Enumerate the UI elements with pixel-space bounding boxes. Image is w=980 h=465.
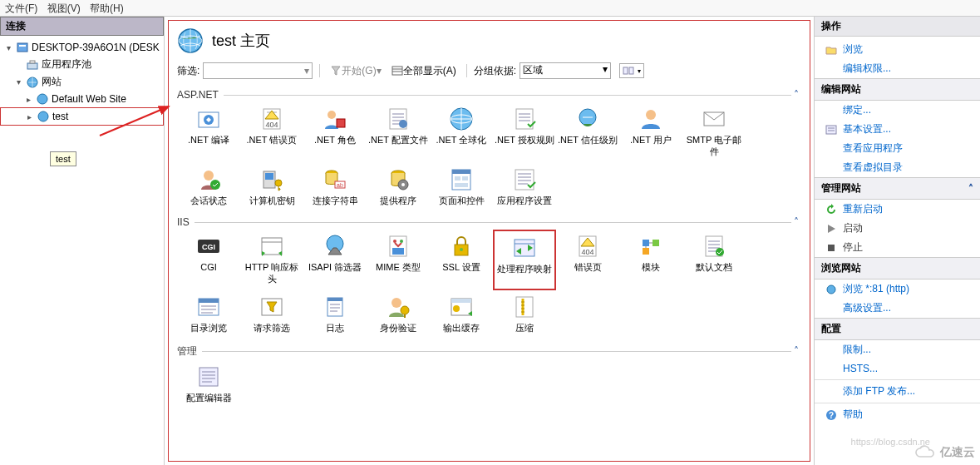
feature-connection-strings[interactable]: ab连接字符串 (303, 163, 367, 212)
action-restart[interactable]: 重新启动 (815, 200, 980, 219)
pages-controls-icon (448, 166, 475, 193)
feature-default-document[interactable]: 默认文档 (682, 230, 746, 290)
group-aspnet-header[interactable]: ASP.NET˄ (177, 89, 801, 101)
svg-point-70 (453, 305, 460, 312)
filter-showall-button[interactable]: 全部显示(A) (388, 64, 460, 78)
group-iis-header[interactable]: IIS˄ (177, 216, 801, 228)
feature-label: 输出缓存 (431, 323, 491, 334)
svg-rect-62 (199, 299, 219, 303)
svg-rect-17 (337, 119, 345, 127)
feature-directory-browsing[interactable]: 目录浏览 (177, 290, 240, 339)
svg-rect-69 (451, 299, 471, 303)
group-management-header[interactable]: 管理˄ (177, 344, 801, 359)
funnel-icon (330, 65, 342, 77)
svg-point-16 (327, 111, 336, 119)
ssl-settings-icon (448, 233, 475, 260)
filter-go-button[interactable]: 开始(G) ▾ (327, 64, 384, 78)
feature-request-filtering[interactable]: 请求筛选 (240, 290, 303, 339)
tree-expand-icon[interactable]: ▸ (24, 112, 34, 121)
action-add-ftp[interactable]: 添加 FTP 发布... (815, 382, 980, 401)
tree-test-site[interactable]: ▸ test (0, 107, 164, 126)
menu-view[interactable]: 视图(V) (47, 2, 81, 14)
feature-logging[interactable]: 日志 (303, 290, 367, 339)
view-toggle[interactable]: ▾ (619, 63, 644, 78)
filter-bar: 筛选: ▾ 开始(G) ▾ 全部显示(A) 分组依据: 区域▾ ▾ (169, 61, 810, 84)
action-limits[interactable]: 限制... (815, 340, 980, 359)
action-start[interactable]: 启动 (815, 219, 980, 238)
feature-app-settings[interactable]: 应用程序设置 (493, 163, 556, 212)
chevron-up-icon[interactable]: ˄ (791, 345, 801, 357)
feature-machine-key[interactable]: 计算机密钥 (240, 163, 303, 212)
filter-input[interactable] (203, 62, 313, 79)
globe-icon (26, 76, 39, 89)
svg-rect-38 (452, 170, 470, 174)
feature-error-pages[interactable]: 404错误页 (556, 230, 619, 290)
feature-authentication[interactable]: 身份验证 (367, 290, 430, 339)
connections-header: 连接 (0, 17, 164, 36)
feature-net-error-pages[interactable]: 404.NET 错误页 (240, 102, 303, 163)
feature-session-state[interactable]: 会话状态 (177, 163, 240, 212)
feature-http-response-headers[interactable]: HTTP 响应标头 (240, 230, 303, 290)
tree-expand-icon[interactable]: ▸ (23, 95, 33, 104)
directory-browsing-icon (195, 294, 222, 320)
section-manage-site: 管理网站˄ (815, 177, 980, 200)
feature-compression[interactable]: 压缩 (493, 290, 556, 339)
action-view-apps[interactable]: 查看应用程序 (815, 139, 980, 158)
feature-label: 压缩 (495, 323, 554, 334)
filter-dropdown[interactable]: ▾ (301, 65, 313, 77)
action-hsts[interactable]: HSTS... (815, 359, 980, 378)
tree-expand-icon[interactable]: ▾ (3, 43, 13, 52)
action-edit-permissions[interactable]: 编辑权限... (815, 59, 980, 78)
menu-help[interactable]: 帮助(H) (90, 2, 124, 14)
feature-smtp-email[interactable]: SMTP 电子邮件 (682, 102, 746, 163)
tree-root-machine[interactable]: ▾ DESKTOP-39A6O1N (DESK (0, 39, 164, 56)
tree-default-site-label: Default Web Site (52, 93, 126, 105)
action-bindings[interactable]: 绑定... (815, 101, 980, 120)
action-stop[interactable]: 停止 (815, 238, 980, 257)
action-basic-settings[interactable]: 基本设置... (815, 120, 980, 139)
action-advanced-settings[interactable]: 高级设置... (815, 299, 980, 318)
action-help[interactable]: ?帮助 (815, 405, 980, 424)
feature-net-roles[interactable]: .NET 角色 (303, 102, 367, 163)
chevron-up-icon[interactable]: ˄ (791, 89, 801, 101)
feature-cgi[interactable]: CGICGI (177, 230, 240, 290)
feature-label: SMTP 电子邮件 (684, 135, 744, 158)
action-view-vdirs[interactable]: 查看虚拟目录 (815, 158, 980, 177)
tree-apppools[interactable]: 应用程序池 (0, 56, 164, 73)
feature-label: 配置编辑器 (179, 393, 239, 404)
feature-net-globalization[interactable]: .NET 全球化 (430, 102, 493, 163)
feature-handler-mappings[interactable]: 处理程序映射 (493, 230, 556, 290)
feature-output-caching[interactable]: 输出缓存 (430, 290, 493, 339)
feature-label: 模块 (621, 262, 681, 274)
feature-net-authorization[interactable]: .NET 授权规则 (493, 102, 556, 163)
net-profiles-icon (385, 106, 411, 132)
action-browse-81[interactable]: 浏览 *:81 (http) (815, 279, 980, 299)
svg-rect-73 (826, 126, 836, 134)
tree-expand-icon[interactable]: ▾ (13, 77, 23, 87)
feature-net-trust[interactable]: .NET 信任级别 (556, 102, 619, 163)
svg-rect-9 (392, 67, 402, 75)
feature-pages-controls[interactable]: 页面和控件 (430, 163, 493, 212)
feature-modules[interactable]: 模块 (619, 230, 682, 290)
tree-sites[interactable]: ▾ 网站 (0, 73, 164, 91)
feature-providers[interactable]: 提供程序 (367, 163, 430, 212)
feature-net-profiles[interactable]: .NET 配置文件 (367, 102, 430, 163)
feature-isapi-filters[interactable]: ISAPI 筛选器 (303, 230, 367, 290)
chevron-up-icon[interactable]: ˄ (968, 183, 973, 195)
feature-net-compile[interactable]: .NET 编译 (177, 102, 240, 163)
svg-rect-74 (828, 245, 835, 251)
groupby-select[interactable]: 区域▾ (520, 62, 611, 79)
net-users-icon (638, 106, 664, 132)
action-browse[interactable]: 浏览 (815, 40, 980, 59)
feature-ssl-settings[interactable]: SSL 设置 (430, 230, 493, 290)
svg-rect-41 (455, 183, 468, 187)
chevron-up-icon[interactable]: ˄ (791, 216, 801, 228)
menu-file[interactable]: 文件(F) (5, 2, 37, 14)
feature-mime-types[interactable]: MIME 类型 (367, 230, 430, 290)
tree-default-site[interactable]: ▸ Default Web Site (0, 91, 164, 107)
feature-net-users[interactable]: .NET 用户 (619, 102, 682, 163)
feature-label: 目录浏览 (179, 323, 239, 334)
menu-bar: 文件(F) 视图(V) 帮助(H) (0, 0, 980, 17)
feature-config-editor[interactable]: 配置编辑器 (177, 360, 240, 409)
feature-label: 应用程序设置 (495, 195, 554, 207)
